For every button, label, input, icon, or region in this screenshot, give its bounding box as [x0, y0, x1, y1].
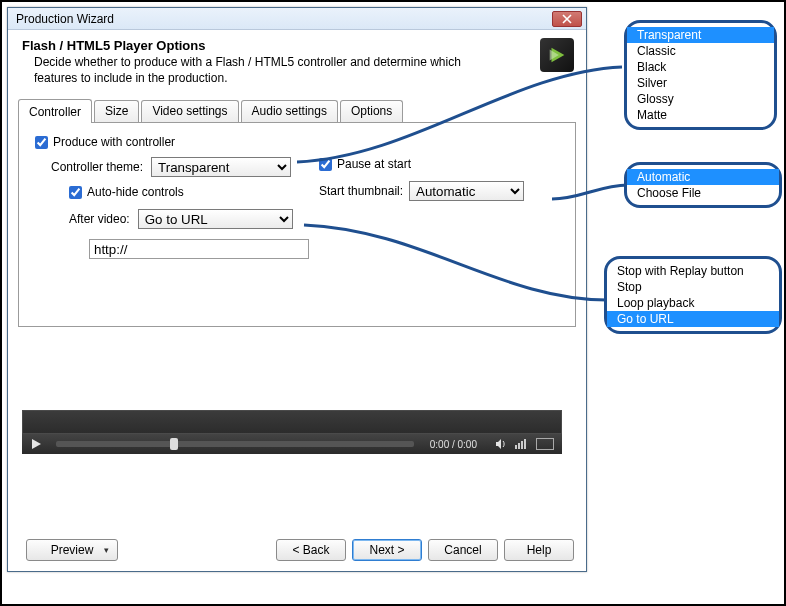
tab-label: Video settings: [152, 104, 227, 118]
page-description: Decide whether to produce with a Flash /…: [34, 55, 464, 86]
theme-option[interactable]: Matte: [627, 107, 774, 123]
produce-with-controller-checkbox[interactable]: Produce with controller: [35, 135, 559, 149]
start-thumbnail-select[interactable]: Automatic: [409, 181, 524, 201]
page-frame: Production Wizard Flash / HTML5 Player O…: [0, 0, 786, 606]
producer-icon: [546, 44, 568, 66]
theme-option[interactable]: Black: [627, 59, 774, 75]
video-controls: 0:00 / 0:00: [22, 434, 562, 454]
after-video-select[interactable]: Go to URL: [138, 209, 293, 229]
pause-at-start-input[interactable]: [319, 158, 332, 171]
tab-video-settings[interactable]: Video settings: [141, 100, 238, 122]
svg-marker-2: [32, 439, 41, 449]
theme-options-callout: Transparent Classic Black Silver Glossy …: [624, 20, 777, 130]
checkbox-label: Produce with controller: [53, 135, 175, 149]
dialog-header: Flash / HTML5 Player Options Decide whet…: [8, 30, 586, 96]
seek-thumb[interactable]: [170, 438, 178, 450]
speaker-icon: [495, 438, 507, 450]
help-button[interactable]: Help: [504, 539, 574, 561]
thumb-option[interactable]: Choose File: [627, 185, 779, 201]
pause-at-start-checkbox[interactable]: Pause at start: [319, 157, 569, 171]
back-button[interactable]: < Back: [276, 539, 346, 561]
after-option[interactable]: Loop playback: [607, 295, 779, 311]
after-option[interactable]: Go to URL: [607, 311, 779, 327]
pause-block: Pause at start Start thumbnail: Automati…: [319, 157, 569, 201]
preview-button[interactable]: Preview: [26, 539, 118, 561]
thumb-option[interactable]: Automatic: [627, 169, 779, 185]
button-label: Next >: [369, 543, 404, 557]
checkbox-label: Auto-hide controls: [87, 185, 184, 199]
tab-bar: Controller Size Video settings Audio set…: [8, 98, 586, 122]
controller-theme-select[interactable]: Transparent: [151, 157, 291, 177]
url-input[interactable]: [89, 239, 309, 259]
tab-label: Size: [105, 104, 128, 118]
tab-audio-settings[interactable]: Audio settings: [241, 100, 338, 122]
after-option[interactable]: Stop: [607, 279, 779, 295]
after-video-options-callout: Stop with Replay button Stop Loop playba…: [604, 256, 782, 334]
video-track-area: [22, 410, 562, 434]
titlebar: Production Wizard: [8, 8, 586, 30]
after-video-row: After video: Go to URL: [69, 209, 559, 229]
checkbox-label: Pause at start: [337, 157, 411, 171]
tab-label: Controller: [29, 105, 81, 119]
video-time: 0:00 / 0:00: [430, 439, 477, 450]
after-video-label: After video:: [69, 212, 130, 226]
theme-option[interactable]: Silver: [627, 75, 774, 91]
tab-size[interactable]: Size: [94, 100, 139, 122]
close-button[interactable]: [552, 11, 582, 27]
start-thumbnail-label: Start thumbnail:: [319, 184, 403, 198]
tab-label: Options: [351, 104, 392, 118]
volume-button[interactable]: [487, 434, 515, 454]
header-graphic: [540, 38, 574, 72]
dialog-button-row: Preview < Back Next > Cancel Help: [8, 539, 586, 561]
next-button[interactable]: Next >: [352, 539, 422, 561]
production-wizard-dialog: Production Wizard Flash / HTML5 Player O…: [7, 7, 587, 572]
video-preview: 0:00 / 0:00: [22, 410, 562, 454]
thumbnail-options-callout: Automatic Choose File: [624, 162, 782, 208]
tab-options[interactable]: Options: [340, 100, 403, 122]
theme-option[interactable]: Classic: [627, 43, 774, 59]
after-option[interactable]: Stop with Replay button: [607, 263, 779, 279]
play-icon: [30, 438, 42, 450]
cancel-button[interactable]: Cancel: [428, 539, 498, 561]
tab-controller[interactable]: Controller: [18, 99, 92, 123]
produce-with-controller-input[interactable]: [35, 136, 48, 149]
button-label: < Back: [292, 543, 329, 557]
theme-option[interactable]: Glossy: [627, 91, 774, 107]
page-title: Flash / HTML5 Player Options: [22, 38, 536, 53]
button-label: Cancel: [444, 543, 481, 557]
controller-theme-label: Controller theme:: [51, 160, 143, 174]
close-icon: [562, 14, 572, 24]
play-button[interactable]: [22, 434, 50, 454]
theme-option[interactable]: Transparent: [627, 27, 774, 43]
window-title: Production Wizard: [16, 12, 552, 26]
tab-label: Audio settings: [252, 104, 327, 118]
button-label: Preview: [51, 543, 94, 557]
start-thumbnail-row: Start thumbnail: Automatic: [319, 181, 569, 201]
tab-content-controller: Produce with controller Controller theme…: [18, 122, 576, 327]
fullscreen-button[interactable]: [536, 438, 554, 450]
seek-bar[interactable]: [56, 441, 414, 447]
volume-bars[interactable]: [515, 439, 526, 449]
auto-hide-input[interactable]: [69, 186, 82, 199]
button-label: Help: [527, 543, 552, 557]
